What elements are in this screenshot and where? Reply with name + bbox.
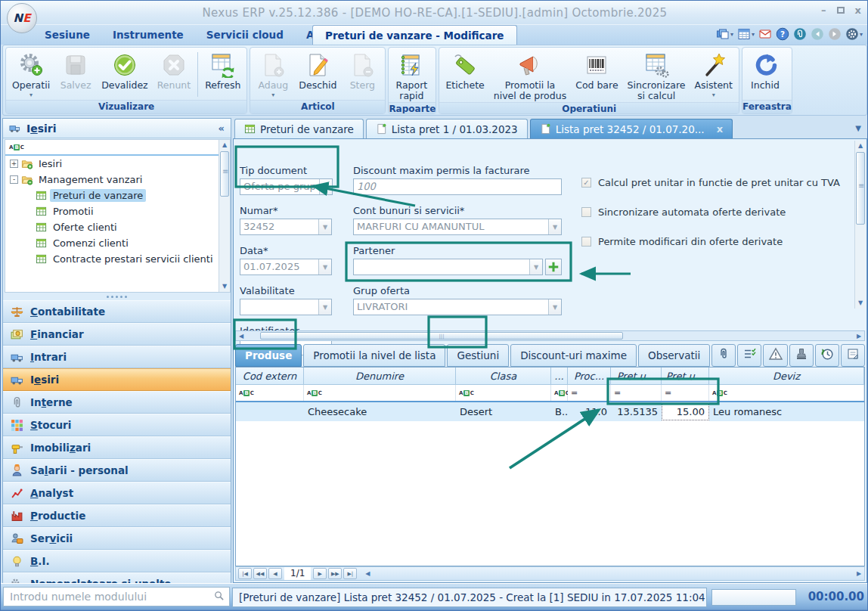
sidebar-item-contabilitate[interactable]: Contabilitate (3, 300, 231, 323)
renunt-button[interactable]: Renunt (153, 49, 195, 100)
tree-item-iesiri[interactable]: +Iesiri (5, 156, 230, 172)
next-page-button[interactable]: ▶ (313, 568, 327, 579)
menu-servicii-cloud[interactable]: Servicii cloud (206, 29, 284, 41)
add-partner-button[interactable] (545, 259, 562, 275)
partener-field[interactable]: ▼ (353, 259, 543, 275)
note-button[interactable] (841, 344, 865, 367)
tree-item-comenzi-clienti[interactable]: Comenzi clienti (5, 235, 230, 251)
inchid-button[interactable]: Inchid (744, 49, 786, 100)
raport-button[interactable]: Raport rapid (390, 49, 432, 102)
detail-tab-gestiuni[interactable]: Gestiuni (447, 344, 509, 367)
tree-item-contracte-prestari-servicii-clienti[interactable]: Contracte prestari servicii clienti (5, 251, 230, 267)
sidebar-item-iesiri[interactable]: Iesiri (3, 368, 231, 391)
dropdown-arrow-icon[interactable]: ▼ (318, 259, 331, 274)
scroll-thumb[interactable] (220, 151, 229, 197)
dropdown-arrow-icon[interactable]: ▼ (318, 219, 331, 234)
close-button[interactable]: x (855, 5, 861, 16)
salvez-button[interactable]: Salvez (54, 49, 97, 100)
forward-icon[interactable] (828, 27, 842, 41)
grid-horizontal-scrollbar[interactable] (374, 569, 852, 578)
module-search-input[interactable] (8, 590, 213, 603)
last-page-button[interactable]: ▶| (343, 568, 357, 579)
tip-document-field[interactable]: Oferta pe grup▼ (240, 178, 333, 195)
checkbox[interactable] (581, 207, 591, 217)
dropdown-arrow-icon[interactable]: ▼ (548, 219, 561, 234)
sidebar-item-stocuri[interactable]: Stocuri (3, 414, 231, 436)
column-header-4[interactable]: ... (551, 368, 568, 385)
data--field[interactable]: 01.07.2025▼ (240, 259, 332, 275)
warning-button[interactable] (763, 344, 787, 367)
cell-clasa[interactable]: Desert (456, 402, 551, 421)
sidebar-collapse-button[interactable]: « (219, 123, 225, 134)
checkbox[interactable]: ✓ (581, 178, 591, 188)
sidebar-item-servicii[interactable]: Servicii (3, 527, 231, 550)
active-document-menu-tab[interactable]: Preturi de vanzare - Modificare (312, 25, 517, 45)
filter-cell-1[interactable]: ABC (236, 385, 304, 401)
dropdown-arrow-icon[interactable]: ▼ (319, 179, 332, 194)
maximize-button[interactable] (837, 7, 845, 14)
operatii-button[interactable]: Operatii▾ (8, 49, 54, 100)
detail-tab-produse[interactable]: Produse (235, 344, 302, 367)
cont-bunuri-si-servicii--field[interactable]: MARFURI CU AMANUNTUL▼ (353, 219, 562, 235)
cell-pret-u-[interactable]: 13.5135 (611, 402, 662, 421)
cell-proc-[interactable]: 11.0 (568, 402, 611, 421)
grid-view-icon[interactable]: ▾ (737, 27, 755, 41)
expand-icon[interactable]: + (10, 160, 18, 168)
mail-icon[interactable] (758, 27, 772, 41)
refresh-button[interactable]: Refresh (200, 49, 245, 100)
sidebar-splitter[interactable] (3, 294, 231, 299)
devalidez-button[interactable]: Devalidez (97, 49, 153, 100)
scroll-up-arrow[interactable]: ▲ (219, 140, 230, 150)
adaug-button[interactable]: Adaug▾ (252, 49, 294, 100)
sidebar-item-intrari[interactable]: Intrari (3, 346, 231, 368)
numar--field[interactable]: 32452▼ (240, 219, 332, 235)
cell--[interactable]: B... (551, 402, 568, 421)
dropdown-arrow-icon[interactable]: ▼ (529, 259, 542, 274)
scroll-left-arrow[interactable]: ◀ (362, 570, 373, 577)
document-tab-1[interactable]: Preturi de vanzare (234, 119, 364, 138)
window-list-icon[interactable]: ▾ (716, 27, 733, 41)
checklist-button[interactable] (737, 344, 761, 367)
prev-page-button[interactable]: ◀ (268, 568, 282, 579)
sidebar-item-financiar[interactable]: Financiar (3, 323, 231, 346)
back-icon[interactable] (811, 27, 824, 41)
filter-cell-8[interactable]: ABC (709, 385, 864, 401)
menu-instrumente[interactable]: Instrumente (113, 29, 184, 41)
tree-filter-row[interactable]: ABC (5, 140, 230, 156)
filter-cell-4[interactable]: ABC (551, 385, 568, 401)
settings-icon[interactable]: ▾ (845, 27, 863, 41)
checkbox[interactable] (581, 237, 591, 247)
scroll-thumb[interactable] (856, 152, 865, 225)
column-header-7[interactable]: Pret u... (662, 368, 709, 385)
detail-tab-observatii[interactable]: Observatii (638, 344, 710, 367)
attachments-icon[interactable] (793, 27, 807, 41)
filter-cell-6[interactable]: = (611, 385, 662, 401)
sincronizare-button[interactable]: Sincronizare si calcul (623, 49, 690, 102)
detail-tab-promotii-la-nivel-de-lista[interactable]: Promotii la nivel de lista (303, 344, 445, 367)
cell-deviz[interactable]: Leu romanesc (709, 402, 864, 421)
deschid-button[interactable]: Deschid (294, 49, 341, 100)
scroll-down-arrow[interactable]: ▼ (219, 281, 230, 292)
scroll-left-arrow[interactable]: ◀ (236, 333, 246, 340)
column-header-1[interactable]: Cod extern (236, 368, 304, 385)
stamp-button[interactable] (789, 344, 814, 367)
column-header-8[interactable]: Deviz (709, 368, 864, 385)
history-button[interactable] (815, 344, 839, 367)
sterg-button[interactable]: Sterg (341, 49, 383, 100)
scroll-thumb[interactable] (260, 332, 623, 340)
filter-cell-5[interactable]: = (568, 385, 611, 401)
cod-bare-button[interactable]: Cod bare (571, 49, 622, 102)
attachment-button[interactable] (711, 344, 736, 367)
asistent-button[interactable]: Asistent▾ (690, 49, 736, 102)
fast-next-button[interactable]: ▶▶ (328, 568, 342, 579)
filter-cell-7[interactable]: = (662, 385, 709, 401)
cell-cod-extern[interactable] (236, 402, 304, 421)
detail-tab-discount-uri-maxime[interactable]: Discount-uri maxime (510, 344, 637, 367)
table-row[interactable]: CheesecakeDesertB...11.013.513515.00Leu … (236, 402, 864, 421)
sidebar-item-productie[interactable]: Productie (3, 504, 231, 527)
column-header-6[interactable]: Pret u... (611, 368, 662, 385)
minimize-button[interactable]: – (821, 5, 826, 16)
filter-cell-3[interactable]: ABC (456, 385, 551, 401)
tab-overflow-dropdown[interactable]: ▼ (855, 124, 861, 132)
tree-scrollbar[interactable]: ▲ ▼ (219, 140, 230, 292)
